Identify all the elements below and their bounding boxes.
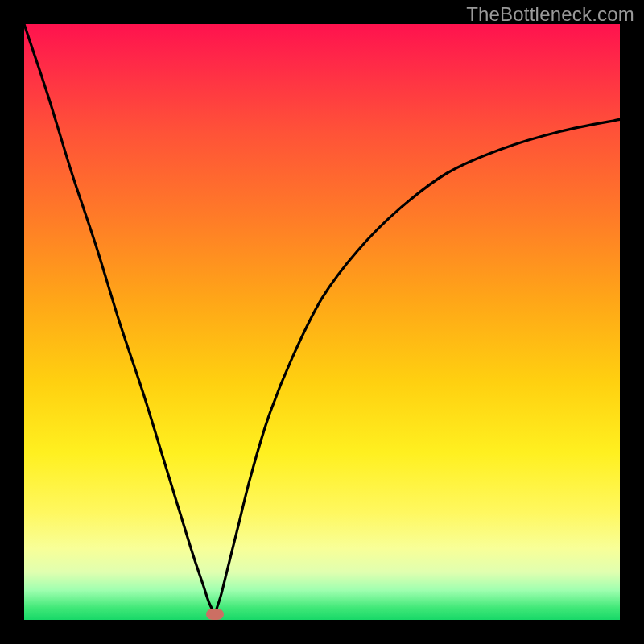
watermark-text: TheBottleneck.com: [466, 3, 634, 26]
chart-frame: TheBottleneck.com: [0, 0, 644, 644]
minimum-marker: [206, 609, 224, 620]
curve-right-branch: [215, 119, 620, 613]
plot-area: [24, 24, 620, 620]
bottleneck-curve: [24, 24, 620, 620]
curve-left-branch: [24, 24, 215, 614]
